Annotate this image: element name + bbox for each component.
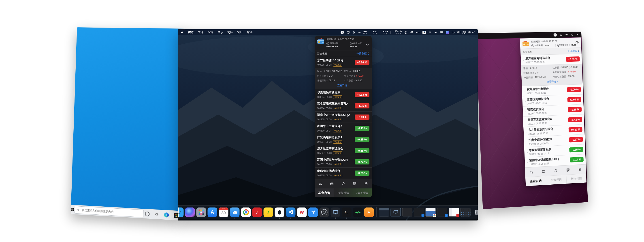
dock-appstore-icon[interactable]: A <box>208 207 217 217</box>
wallet-icon[interactable] <box>542 169 546 174</box>
settings-gear-icon[interactable] <box>578 167 582 171</box>
network-speed-stat[interactable]: ↑ 37.4 K/s↓ 108 K/s <box>393 30 402 35</box>
minimized-window-thumbnail[interactable] <box>379 208 389 216</box>
fund-row[interactable]: 招商中证白酒指数(LOF)A 161725 05-28 净值更新 +0.13 % <box>315 112 372 123</box>
minimized-vscode-thumbnail[interactable]: ⌄ <box>437 208 447 216</box>
chevron-icon: ⌄ <box>526 151 528 153</box>
settings-gear-icon[interactable] <box>364 182 368 186</box>
tab-my-funds[interactable]: 基金自选 <box>526 176 546 186</box>
fund-name: 诺安成长混合 <box>527 106 566 112</box>
dock-dingtalk-icon[interactable] <box>308 207 318 217</box>
minimized-window-thumbnail[interactable] <box>402 208 412 216</box>
wallet-icon[interactable] <box>330 182 334 186</box>
ae-status-icon[interactable]: æ <box>358 31 361 34</box>
memory-stat[interactable]: 75%MEM <box>363 31 367 34</box>
volume-icon[interactable] <box>565 33 568 36</box>
fan-stat[interactable]: 5150RPM <box>383 31 388 34</box>
tab-sector-quotes[interactable]: 板块行情 <box>353 188 372 197</box>
filter-sort-icon[interactable] <box>318 182 322 186</box>
filter-sort-icon[interactable] <box>530 170 534 174</box>
menubar-clock[interactable]: 5月30日 周日 09:46 <box>452 31 475 34</box>
tab-index-quotes[interactable]: 指数行情 <box>546 175 566 185</box>
refresh-icon[interactable] <box>341 182 345 186</box>
input-method-icon[interactable]: A <box>422 31 426 34</box>
dock-terminal-icon[interactable]: >_ <box>342 207 352 217</box>
menu-view[interactable]: 显示 <box>218 31 223 34</box>
dock-siri-icon[interactable] <box>185 207 195 217</box>
dock-lens-app-icon[interactable] <box>320 207 329 217</box>
display-switch-icon[interactable] <box>440 31 443 34</box>
dock-netease-music-icon[interactable]: ♪ <box>252 207 262 217</box>
fund-app-status-icon[interactable]: F <box>340 31 344 34</box>
wifi-icon[interactable] <box>428 31 432 34</box>
dock-qq-music-icon[interactable]: ♪ <box>264 207 273 217</box>
fund-row[interactable]: 华夏能源革新股票 003834 05-28 净值更新 +4.13 % <box>315 89 372 100</box>
column-today-change[interactable]: 今日涨幅 <box>356 52 370 55</box>
dock-launchpad-icon[interactable] <box>196 207 206 217</box>
minimized-chrome-thumbnail[interactable] <box>426 208 436 216</box>
dock-trash-icon[interactable] <box>472 207 478 217</box>
windows-search-box[interactable] <box>74 206 144 217</box>
temperature-stat[interactable]: 59°CSEN <box>373 31 378 34</box>
minimized-desktop-thumbnail[interactable] <box>460 208 470 216</box>
fund-row[interactable]: 广发高端制造股票A 004997 05-28 净值更新 -0.25 % <box>315 134 372 145</box>
menu-edit[interactable]: 编辑 <box>208 31 213 34</box>
assistant-status-icon[interactable] <box>404 31 408 34</box>
battery-status-icon[interactable] <box>416 31 420 34</box>
minimized-vscode-thumbnail[interactable]: ⌄ <box>414 208 424 216</box>
menu-help[interactable]: 帮助 <box>247 31 253 34</box>
fund-row[interactable]: 嘉实新能源新材料股票A 003984 05-28 净值更新 +1.95 % <box>315 100 372 112</box>
minimized-finder-thumbnail[interactable] <box>449 208 459 216</box>
dock-chrome-icon[interactable] <box>241 207 251 217</box>
dock-calendar-icon[interactable]: 5月30 <box>219 207 228 217</box>
fund-app-status-icon[interactable]: F <box>554 33 557 37</box>
fund-row[interactable]: 东方新能源汽车混合 400015 05-28 净值更新 +5.26 % <box>315 57 372 68</box>
siri-icon[interactable] <box>446 31 449 34</box>
dock-mail-icon[interactable] <box>230 207 240 217</box>
windows-start-button[interactable] <box>71 205 75 214</box>
qr-code-icon[interactable] <box>353 182 357 186</box>
fund-row[interactable]: 泰信竞争优选混合 005535 05-28 净值更新 -0.75 % <box>315 168 372 179</box>
dock-vscode-icon[interactable] <box>286 207 296 217</box>
minimized-display-thumbnail[interactable] <box>391 208 401 216</box>
penguin-status-icon[interactable] <box>352 31 356 34</box>
volume-icon[interactable] <box>434 31 438 34</box>
dock-qq-icon[interactable] <box>275 207 284 217</box>
hide-values-toggle[interactable] <box>575 40 579 44</box>
menu-finder[interactable]: 访达 <box>188 31 194 34</box>
dock-activity-monitor-icon[interactable] <box>353 207 363 217</box>
menu-go[interactable]: 前往 <box>227 31 233 34</box>
edit-shares-icon[interactable] <box>536 72 539 74</box>
hide-values-toggle[interactable] <box>366 42 370 46</box>
network-icon[interactable] <box>560 33 562 36</box>
refresh-icon[interactable] <box>554 169 558 173</box>
menu-window[interactable]: 窗口 <box>237 31 243 34</box>
view-details-link[interactable]: 查看详情 > <box>524 79 581 84</box>
fund-row[interactable]: 富国中证煤炭指数(LOF) 161032 05-28 净值更新 -0.72 % <box>315 156 372 168</box>
edge-button[interactable]: e <box>162 211 170 219</box>
tab-my-funds[interactable]: 基金自选 <box>315 188 334 197</box>
fund-row[interactable]: 易方达蓝筹精选混合 005827 05-28 净值更新 -0.68 % <box>315 145 372 156</box>
dock-finder-icon[interactable] <box>178 207 184 217</box>
edit-shares-icon[interactable] <box>331 75 333 77</box>
task-view-button[interactable] <box>153 210 160 218</box>
column-today-change[interactable]: 今日涨幅 <box>567 49 580 53</box>
menu-file[interactable]: 文件 <box>198 31 204 34</box>
dock-live-cat-app-icon[interactable]: ▶ <box>364 207 374 217</box>
cortana-button[interactable] <box>144 210 151 218</box>
fund-row[interactable]: 富国军工主题混合A 005609 05-28 净值更新 -0.11 % <box>315 123 372 134</box>
search-input[interactable] <box>81 208 141 215</box>
power-icon[interactable] <box>571 33 574 36</box>
dock-wps-icon[interactable]: W <box>297 207 307 217</box>
tab-index-quotes[interactable]: 指数行情 <box>334 188 353 197</box>
fund-row[interactable]: ⌄ 易方达蓝筹精选混合 005827 05-25 10:17 +2.35 % <box>521 54 582 65</box>
apple-menu[interactable] <box>180 31 184 34</box>
tab-sector-quotes[interactable]: 板块行情 <box>566 174 586 184</box>
dock-screen-share-icon[interactable] <box>331 207 340 217</box>
display-status-icon[interactable] <box>346 31 350 34</box>
windows-stack-status-icon[interactable] <box>410 31 413 34</box>
qr-code-icon[interactable] <box>566 168 570 172</box>
chevron-down-icon[interactable] <box>576 33 579 36</box>
view-details-link[interactable]: 查看详情 > <box>317 84 370 87</box>
change-badge: +1.95 % <box>355 103 370 108</box>
